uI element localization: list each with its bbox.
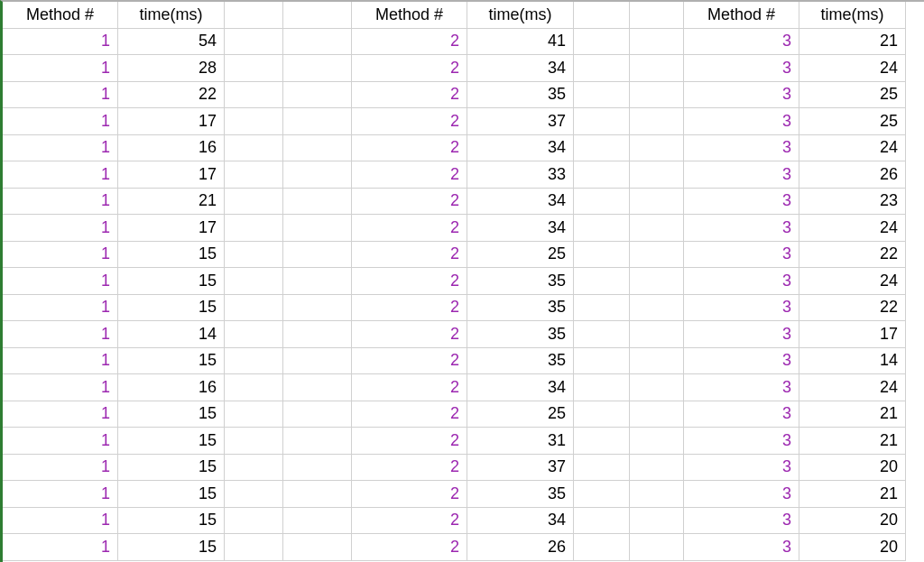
time-value[interactable]: 24: [799, 55, 906, 82]
method-value[interactable]: 3: [684, 428, 799, 455]
time-value[interactable]: 41: [467, 29, 574, 56]
method-value[interactable]: 2: [352, 135, 467, 162]
empty-cell[interactable]: [225, 55, 283, 82]
empty-cell[interactable]: [283, 242, 352, 269]
empty-cell[interactable]: [283, 455, 352, 482]
method-value[interactable]: 3: [684, 108, 799, 135]
time-value[interactable]: 35: [467, 348, 574, 375]
header-method[interactable]: Method #: [684, 2, 799, 29]
method-value[interactable]: 3: [684, 321, 799, 348]
empty-cell[interactable]: [574, 295, 630, 322]
time-value[interactable]: 17: [799, 321, 906, 348]
empty-cell[interactable]: [574, 215, 630, 242]
empty-cell[interactable]: [574, 348, 630, 375]
empty-cell[interactable]: [225, 268, 283, 295]
method-value[interactable]: 2: [352, 321, 467, 348]
empty-cell[interactable]: [630, 215, 684, 242]
empty-cell[interactable]: [574, 82, 630, 109]
time-value[interactable]: 22: [799, 242, 906, 269]
time-value[interactable]: 25: [799, 108, 906, 135]
method-value[interactable]: 2: [352, 508, 467, 535]
time-value[interactable]: 15: [118, 401, 225, 428]
time-value[interactable]: 24: [799, 215, 906, 242]
time-value[interactable]: 15: [118, 534, 225, 561]
method-value[interactable]: 1: [3, 268, 118, 295]
empty-cell[interactable]: [283, 189, 352, 216]
method-value[interactable]: 2: [352, 55, 467, 82]
method-value[interactable]: 2: [352, 455, 467, 482]
spreadsheet-grid[interactable]: Method # time(ms) 154 128 122 117 116 11…: [0, 0, 924, 562]
empty-cell[interactable]: [630, 161, 684, 189]
empty-cell[interactable]: [574, 135, 630, 162]
method-value[interactable]: 1: [3, 82, 118, 109]
header-time[interactable]: time(ms): [467, 2, 574, 29]
empty-cell[interactable]: [225, 82, 283, 109]
empty-cell[interactable]: [630, 374, 684, 401]
empty-cell[interactable]: [283, 401, 352, 428]
time-value[interactable]: 54: [118, 29, 225, 56]
time-value[interactable]: 34: [467, 374, 574, 401]
time-value[interactable]: 26: [799, 161, 906, 189]
empty-cell[interactable]: [225, 215, 283, 242]
empty-cell[interactable]: [630, 55, 684, 82]
method-value[interactable]: 3: [684, 268, 799, 295]
time-value[interactable]: 35: [467, 82, 574, 109]
empty-cell[interactable]: [225, 242, 283, 269]
method-value[interactable]: 3: [684, 534, 799, 561]
time-value[interactable]: 24: [799, 374, 906, 401]
method-value[interactable]: 3: [684, 29, 799, 56]
method-value[interactable]: 3: [684, 401, 799, 428]
empty-cell[interactable]: [630, 401, 684, 428]
method-value[interactable]: 2: [352, 428, 467, 455]
empty-cell[interactable]: [283, 295, 352, 322]
empty-cell[interactable]: [574, 374, 630, 401]
method-value[interactable]: 1: [3, 135, 118, 162]
method-value[interactable]: 3: [684, 215, 799, 242]
empty-cell[interactable]: [283, 321, 352, 348]
method-value[interactable]: 2: [352, 108, 467, 135]
method-value[interactable]: 1: [3, 455, 118, 482]
time-value[interactable]: 14: [799, 348, 906, 375]
method-value[interactable]: 3: [684, 242, 799, 269]
method-value[interactable]: 1: [3, 29, 118, 56]
method-value[interactable]: 3: [684, 295, 799, 322]
time-value[interactable]: 21: [118, 189, 225, 216]
empty-cell[interactable]: [283, 161, 352, 189]
empty-cell[interactable]: [283, 374, 352, 401]
time-value[interactable]: 16: [118, 374, 225, 401]
method-value[interactable]: 1: [3, 108, 118, 135]
empty-cell[interactable]: [283, 215, 352, 242]
time-value[interactable]: 20: [799, 534, 906, 561]
time-value[interactable]: 25: [799, 82, 906, 109]
empty-cell[interactable]: [630, 189, 684, 216]
method-value[interactable]: 2: [352, 82, 467, 109]
time-value[interactable]: 31: [467, 428, 574, 455]
method-value[interactable]: 2: [352, 29, 467, 56]
method-value[interactable]: 3: [684, 481, 799, 508]
empty-cell[interactable]: [225, 321, 283, 348]
empty-cell[interactable]: [283, 29, 352, 56]
time-value[interactable]: 28: [118, 55, 225, 82]
time-value[interactable]: 17: [118, 108, 225, 135]
method-value[interactable]: 1: [3, 401, 118, 428]
method-value[interactable]: 3: [684, 508, 799, 535]
empty-cell[interactable]: [574, 29, 630, 56]
time-value[interactable]: 34: [467, 508, 574, 535]
empty-cell[interactable]: [283, 508, 352, 535]
method-value[interactable]: 1: [3, 55, 118, 82]
method-value[interactable]: 2: [352, 401, 467, 428]
empty-cell[interactable]: [630, 534, 684, 561]
time-value[interactable]: 21: [799, 29, 906, 56]
empty-cell[interactable]: [630, 2, 684, 29]
empty-cell[interactable]: [225, 135, 283, 162]
empty-cell[interactable]: [225, 161, 283, 189]
empty-cell[interactable]: [283, 2, 352, 29]
time-value[interactable]: 35: [467, 481, 574, 508]
empty-cell[interactable]: [630, 508, 684, 535]
empty-cell[interactable]: [574, 108, 630, 135]
time-value[interactable]: 22: [118, 82, 225, 109]
empty-cell[interactable]: [283, 534, 352, 561]
empty-cell[interactable]: [283, 82, 352, 109]
method-value[interactable]: 3: [684, 348, 799, 375]
empty-cell[interactable]: [630, 29, 684, 56]
